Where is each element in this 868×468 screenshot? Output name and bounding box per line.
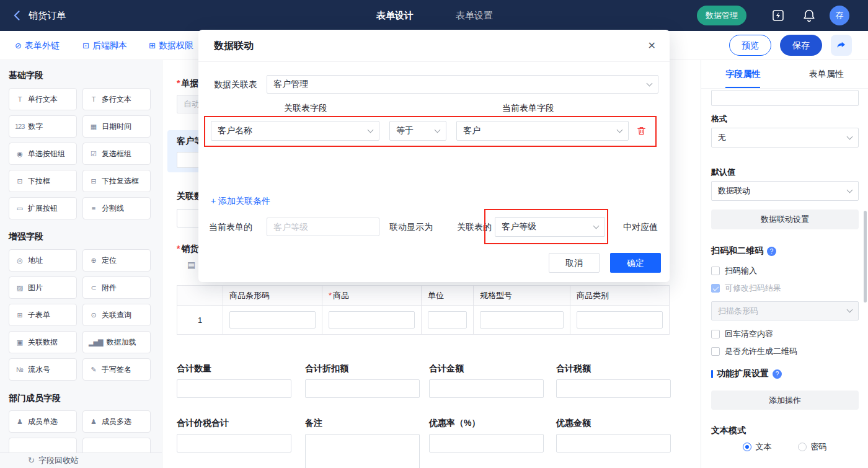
condition-target-select[interactable]: 客户 (456, 121, 629, 141)
related-field-select[interactable]: 客户等级 (495, 217, 605, 237)
backend-script-link[interactable]: ⊡后端脚本 (82, 31, 127, 60)
total-discount-input[interactable] (305, 379, 420, 398)
label-total-discount: 合计折扣额 (305, 363, 348, 374)
linkage-table-label: 数据关联表 (214, 75, 257, 94)
format-select[interactable]: 无 (711, 128, 859, 148)
total-tax-input[interactable] (556, 379, 671, 398)
avatar[interactable]: 存 (830, 6, 849, 25)
notification-bell-icon[interactable] (802, 8, 817, 23)
scan-barcode-select[interactable]: 扫描条形码 (711, 301, 859, 320)
multi-line-text-icon: T (89, 95, 98, 103)
share-button[interactable] (831, 35, 852, 56)
checkbox-unchecked[interactable] (711, 267, 720, 275)
scrollbar[interactable] (864, 211, 867, 302)
checkbox-label: 是否允许生成二维码 (725, 346, 797, 357)
confirm-button[interactable]: 确定 (610, 253, 661, 273)
tab-form-settings[interactable]: 表单设置 (456, 0, 493, 31)
checkbox-unchecked[interactable] (711, 347, 720, 356)
palette-item-label: 附件 (102, 283, 117, 293)
data-linkage-settings-button[interactable]: 数据联动设置 (711, 210, 859, 229)
save-button[interactable]: 保存 (780, 35, 822, 56)
total-qty-input[interactable] (177, 379, 291, 398)
palette-item-number[interactable]: 123数字 (9, 115, 77, 138)
preview-button[interactable]: 预览 (729, 35, 771, 56)
text-mode-radio-group: 文本 密码 (701, 441, 868, 453)
help-icon[interactable]: ? (773, 369, 782, 379)
palette-item-single-line-text[interactable]: T单行文本 (9, 88, 77, 110)
palette-item-checkbox-group[interactable]: ☑复选框组 (82, 143, 151, 165)
form-link-label: 表单外链 (25, 40, 60, 50)
barcode-input[interactable] (229, 311, 316, 329)
cancel-button[interactable]: 取消 (549, 253, 600, 273)
palette-item-multi-dropdown[interactable]: ⊟下拉复选框 (82, 170, 151, 192)
product-input[interactable] (329, 311, 415, 329)
tab-form-properties[interactable]: 表单属性 (785, 60, 868, 88)
palette-item-subform[interactable]: ⊞子表单 (9, 304, 77, 326)
enter-clear-checkbox-row[interactable]: 回车清空内容 (711, 329, 773, 340)
palette-item-location[interactable]: ⊕定位 (82, 249, 151, 272)
checkbox-unchecked[interactable] (711, 330, 720, 338)
scan-input-checkbox-row[interactable]: 扫码输入 (711, 265, 757, 276)
related-table-label: 关联表的 (457, 217, 492, 237)
palette-item-serial-number[interactable]: №流水号 (9, 358, 77, 381)
total-amount-input[interactable] (429, 379, 544, 398)
palette-item-radio-group[interactable]: ◉单选按钮组 (9, 143, 77, 165)
condition-operator-select[interactable]: 等于 (389, 121, 446, 141)
palette-item-address[interactable]: ◎地址 (9, 249, 77, 272)
clipped-description-input[interactable] (711, 90, 859, 106)
close-icon[interactable]: ✕ (648, 30, 656, 62)
palette-item-data-load[interactable]: ▂▅▇数据加载 (82, 331, 151, 353)
current-field-input[interactable] (267, 218, 379, 236)
default-value-select[interactable]: 数据联动 (711, 181, 859, 201)
palette-item-label: 定位 (102, 255, 117, 266)
palette-item-signature[interactable]: ✎手写签名 (82, 358, 151, 381)
palette-item-member-single[interactable]: ♟成员单选 (9, 410, 77, 433)
total-with-tax-input[interactable] (177, 434, 291, 453)
tab-field-properties[interactable]: 字段属性 (701, 60, 785, 88)
add-condition-link[interactable]: + 添加关联条件 (211, 196, 270, 207)
category-input[interactable] (577, 311, 663, 329)
tab-form-design[interactable]: 表单设计 (376, 0, 414, 31)
radio-password-option[interactable]: 密码 (798, 441, 827, 453)
help-icon[interactable]: ? (767, 247, 776, 256)
radio-unselected[interactable] (798, 443, 807, 451)
palette-item-image[interactable]: ▨图片 (9, 276, 77, 299)
palette-item-multi-line-text[interactable]: T多行文本 (82, 88, 151, 110)
checkbox-checked-disabled[interactable] (711, 284, 720, 293)
delete-condition-icon[interactable] (636, 125, 647, 136)
remark-input[interactable] (305, 434, 420, 468)
linkage-table-select[interactable]: 客户管理 (267, 75, 658, 94)
discount-amount-input[interactable] (556, 434, 671, 453)
back-icon[interactable] (11, 9, 24, 22)
data-permission-icon: ⊞ (149, 41, 156, 50)
condition-field-select[interactable]: 客户名称 (211, 121, 379, 141)
discount-rate-input[interactable] (429, 434, 544, 453)
data-permission-link[interactable]: ⊞数据权限 (149, 31, 193, 60)
radio-selected[interactable] (743, 443, 751, 451)
palette-item-dropdown[interactable]: ⊡下拉框 (9, 170, 77, 192)
add-action-button[interactable]: 添加操作 (711, 391, 859, 410)
quick-actions-icon[interactable] (771, 8, 786, 23)
field-recycle-bin[interactable]: ↻字段回收站 (0, 453, 162, 468)
spec-input[interactable] (480, 311, 564, 329)
form-external-link[interactable]: ⊘表单外链 (15, 31, 60, 60)
chevron-down-icon (647, 80, 653, 86)
radio-text-option[interactable]: 文本 (743, 441, 772, 453)
palette-item-divider[interactable]: ≡分割线 (82, 197, 151, 219)
palette-item-member-multi[interactable]: ♟成员多选 (82, 410, 151, 433)
palette-item-related-data[interactable]: ▣关联数据 (9, 331, 77, 353)
subform-tool-icon[interactable]: ▤ (187, 260, 195, 270)
chevron-down-icon (847, 307, 853, 313)
related-data-icon: ▣ (15, 338, 24, 347)
palette-item-related-query[interactable]: ⊙关联查询 (82, 304, 151, 326)
qrcode-checkbox-row[interactable]: 是否允许生成二维码 (711, 346, 797, 357)
backend-script-label: 后端脚本 (92, 40, 127, 50)
palette-item-attachment[interactable]: ⊂附件 (82, 276, 151, 299)
palette-item-extend-button[interactable]: ▭扩展按钮 (9, 197, 77, 219)
palette-item-datetime[interactable]: ▦日期时间 (82, 115, 151, 138)
detail-table: 商品条形码 *商品 单位 规格型号 商品类别 1 (177, 285, 670, 335)
share-arrow-icon (836, 40, 847, 51)
data-manage-button[interactable]: 数据管理 (697, 6, 746, 25)
unit-input[interactable] (428, 311, 467, 329)
scan-modify-checkbox-row[interactable]: 可修改扫码结果 (711, 283, 781, 294)
